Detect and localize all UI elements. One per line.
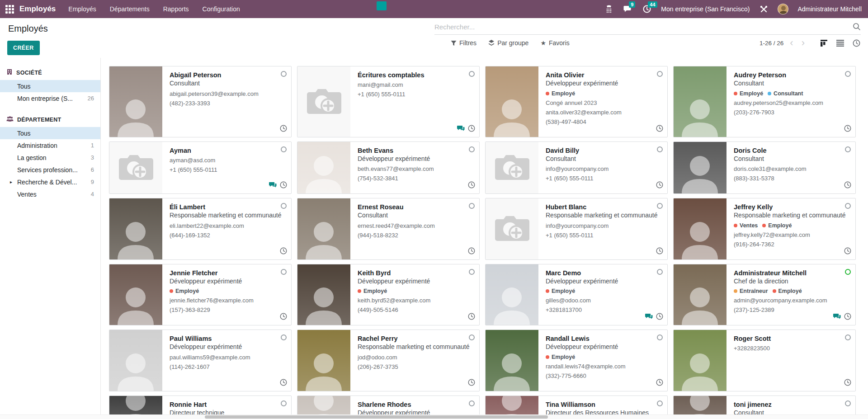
presence-status-icon[interactable] bbox=[281, 203, 287, 209]
nav-menu-item-2[interactable]: Rapports bbox=[163, 1, 189, 17]
presence-status-icon[interactable] bbox=[281, 146, 287, 152]
schedule-activity-clock-icon[interactable] bbox=[468, 181, 475, 190]
employee-card[interactable]: Aymanayman@asd.com+1 (650) 555-0111 bbox=[109, 141, 292, 194]
employee-card[interactable]: Éli LambertResponsable marketing et comm… bbox=[109, 198, 292, 260]
user-name[interactable]: Administrateur Mitchell bbox=[797, 5, 862, 13]
schedule-activity-clock-icon[interactable] bbox=[468, 125, 475, 134]
employee-card[interactable]: Doris ColeConsultantdoris.cole31@example… bbox=[673, 141, 856, 194]
presence-status-icon[interactable] bbox=[657, 146, 663, 152]
kanban-view-button[interactable] bbox=[819, 38, 828, 47]
presence-status-icon[interactable] bbox=[845, 269, 851, 275]
presence-status-icon[interactable] bbox=[281, 269, 287, 275]
messages-icon[interactable]: 9 bbox=[623, 4, 633, 14]
apps-menu-icon[interactable] bbox=[5, 5, 14, 14]
schedule-activity-clock-icon[interactable] bbox=[280, 181, 287, 190]
scrollbar-thumb[interactable] bbox=[205, 415, 548, 419]
presence-status-icon[interactable] bbox=[845, 146, 851, 152]
presence-status-icon[interactable] bbox=[469, 400, 475, 406]
employee-card[interactable]: Écritures comptablesmani@gmail.com+1 (65… bbox=[297, 66, 480, 137]
sidebar-item-1-1[interactable]: Administration1 bbox=[0, 139, 100, 151]
voip-phone-icon[interactable] bbox=[604, 4, 614, 14]
employee-card[interactable]: Hubert BlancResponsable marketing et com… bbox=[485, 198, 668, 260]
create-button[interactable]: CRÉER bbox=[7, 41, 40, 55]
schedule-activity-clock-icon[interactable] bbox=[844, 313, 851, 322]
presence-status-icon[interactable] bbox=[657, 334, 663, 340]
app-name[interactable]: Employés bbox=[19, 5, 56, 14]
presence-status-icon[interactable] bbox=[281, 334, 287, 340]
schedule-activity-clock-icon[interactable] bbox=[280, 125, 287, 134]
employee-card[interactable]: Randall LewisDéveloppeur expérimentéEmpl… bbox=[485, 330, 668, 391]
debug-tools-icon[interactable] bbox=[759, 4, 769, 14]
employee-card[interactable]: Rachel PerryResponsable marketing et com… bbox=[297, 330, 480, 391]
presence-status-icon[interactable] bbox=[281, 71, 287, 77]
presence-status-icon[interactable] bbox=[469, 146, 475, 152]
presence-status-icon[interactable] bbox=[281, 400, 287, 406]
group-by-button[interactable]: Par groupe bbox=[488, 39, 528, 47]
sidebar-item-1-4[interactable]: ▸Recherche & Dével...9 bbox=[0, 176, 100, 188]
sidebar-item-1-2[interactable]: La gestion3 bbox=[0, 151, 100, 164]
sidebar-item-1-0[interactable]: Tous bbox=[0, 127, 100, 139]
chat-bubbles-icon[interactable] bbox=[269, 182, 277, 190]
schedule-activity-clock-icon[interactable] bbox=[844, 125, 851, 134]
pager-previous-icon[interactable]: ‹ bbox=[788, 38, 795, 48]
nav-menu-item-0[interactable]: Employés bbox=[68, 1, 96, 17]
expand-caret-icon[interactable]: ▸ bbox=[10, 179, 12, 184]
nav-menu-item-3[interactable]: Configuration bbox=[203, 1, 240, 17]
company-switcher[interactable]: Mon entreprise (San Francisco) bbox=[661, 5, 750, 13]
presence-status-icon[interactable] bbox=[657, 203, 663, 209]
sidebar-item-0-1[interactable]: Mon entreprise (S...26 bbox=[0, 92, 100, 104]
activity-view-button[interactable] bbox=[852, 38, 861, 47]
schedule-activity-clock-icon[interactable] bbox=[656, 247, 663, 256]
favorites-button[interactable]: ★ Favoris bbox=[540, 39, 569, 47]
employee-card[interactable]: Ernest RoseauConsultanternest.reed47@exa… bbox=[297, 198, 480, 260]
list-view-button[interactable] bbox=[835, 38, 844, 47]
employee-card[interactable]: David BillyConsultantinfo@yourcompany.co… bbox=[485, 141, 668, 194]
schedule-activity-clock-icon[interactable] bbox=[656, 181, 663, 190]
presence-status-icon[interactable] bbox=[845, 203, 851, 209]
presence-status-icon[interactable] bbox=[657, 269, 663, 275]
presence-status-icon[interactable] bbox=[469, 71, 475, 77]
user-avatar[interactable] bbox=[778, 4, 788, 14]
pager-next-icon[interactable]: › bbox=[800, 38, 807, 48]
employee-card[interactable]: Anita OlivierDéveloppeur expérimentéEmpl… bbox=[485, 66, 668, 137]
employee-card[interactable]: Audrey PetersonConsultantEmployéConsulta… bbox=[673, 66, 856, 137]
employee-card[interactable]: Keith ByrdDéveloppeur expérimentéEmployé… bbox=[297, 264, 480, 326]
activities-clock-icon[interactable]: 44 bbox=[642, 4, 652, 14]
employee-card[interactable]: Marc DemoDéveloppeur expérimentéEmployég… bbox=[485, 264, 668, 326]
chat-bubbles-icon[interactable] bbox=[645, 313, 653, 321]
sidebar-item-1-5[interactable]: Ventes4 bbox=[0, 188, 100, 200]
employee-card[interactable]: Jeffrey KellyResponsable marketing et co… bbox=[673, 198, 856, 260]
schedule-activity-clock-icon[interactable] bbox=[280, 313, 287, 322]
presence-status-icon[interactable] bbox=[845, 334, 851, 340]
schedule-activity-clock-icon[interactable] bbox=[468, 247, 475, 256]
schedule-activity-clock-icon[interactable] bbox=[468, 313, 475, 322]
employee-card[interactable]: Roger Scott+3282823500 bbox=[673, 330, 856, 391]
schedule-activity-clock-icon[interactable] bbox=[656, 125, 663, 134]
presence-status-icon[interactable] bbox=[469, 269, 475, 275]
presence-status-icon[interactable] bbox=[469, 203, 475, 209]
schedule-activity-clock-icon[interactable] bbox=[656, 379, 663, 388]
schedule-activity-clock-icon[interactable] bbox=[468, 379, 475, 388]
employee-card[interactable]: Administrateur MitchellChef de la direct… bbox=[673, 264, 856, 326]
sidebar-item-1-3[interactable]: Services profession...6 bbox=[0, 164, 100, 176]
presence-status-icon[interactable] bbox=[845, 71, 851, 77]
employee-card[interactable]: Abigaïl PetersonConsultantabigail.peters… bbox=[109, 66, 292, 137]
schedule-activity-clock-icon[interactable] bbox=[844, 247, 851, 256]
schedule-activity-clock-icon[interactable] bbox=[280, 247, 287, 256]
employee-card[interactable]: Paul WilliamsDéveloppeur expérimentépaul… bbox=[109, 330, 292, 391]
presence-status-icon[interactable] bbox=[469, 334, 475, 340]
chat-bubbles-icon[interactable] bbox=[833, 313, 841, 321]
schedule-activity-clock-icon[interactable] bbox=[844, 379, 851, 388]
search-icon[interactable] bbox=[853, 23, 861, 31]
schedule-activity-clock-icon[interactable] bbox=[656, 313, 663, 322]
schedule-activity-clock-icon[interactable] bbox=[844, 181, 851, 190]
horizontal-scrollbar[interactable] bbox=[0, 414, 868, 419]
nav-menu-item-1[interactable]: Départements bbox=[110, 1, 150, 17]
sidebar-item-0-0[interactable]: Tous bbox=[0, 80, 100, 92]
presence-status-icon[interactable] bbox=[845, 400, 851, 406]
schedule-activity-clock-icon[interactable] bbox=[280, 379, 287, 388]
filters-button[interactable]: Filtres bbox=[451, 39, 476, 47]
presence-status-icon[interactable] bbox=[657, 71, 663, 77]
search-input[interactable] bbox=[434, 23, 853, 31]
employee-card[interactable]: Jennie FletcherDéveloppeur expérimentéEm… bbox=[109, 264, 292, 326]
